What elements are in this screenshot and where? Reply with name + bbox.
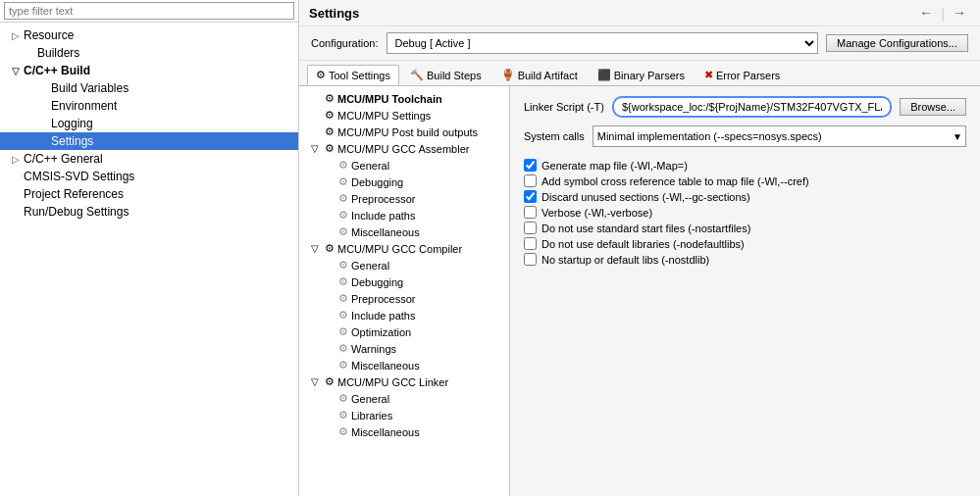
system-calls-label: System calls bbox=[524, 130, 585, 142]
checkbox-no_startup_libs[interactable] bbox=[524, 253, 537, 266]
checkbox-verbose[interactable] bbox=[524, 206, 537, 219]
sub-tree-item-gcc_assembler[interactable]: ▽⚙MCU/MPU GCC Assembler bbox=[299, 140, 509, 157]
build-steps-icon: 🔨 bbox=[410, 69, 424, 81]
checkbox-no_start_files[interactable] bbox=[524, 222, 537, 234]
checkbox-discard_unused[interactable] bbox=[524, 190, 537, 203]
system-calls-wrapper: Minimal implementation (--specs=nosys.sp… bbox=[593, 125, 966, 147]
sub-tree-item-asm_general[interactable]: ⚙General bbox=[299, 157, 509, 174]
sub-tree-item-comp_warnings[interactable]: ⚙Warnings bbox=[299, 340, 509, 357]
checkbox-row-generate_map: Generate map file (-Wl,-Map=) bbox=[524, 159, 966, 172]
linker-script-label: Linker Script (-T) bbox=[524, 101, 604, 113]
sub-tree-icon: ⚙ bbox=[338, 309, 348, 322]
sub-tree-item-comp_debugging[interactable]: ⚙Debugging bbox=[299, 273, 509, 290]
sub-tree-item-asm_debugging[interactable]: ⚙Debugging bbox=[299, 174, 509, 190]
sub-item-label: Preprocessor bbox=[351, 193, 415, 205]
sub-tree-item-asm_miscellaneous[interactable]: ⚙Miscellaneous bbox=[299, 223, 509, 240]
sub-tree-item-mcu_settings[interactable]: ⚙MCU/MPU Settings bbox=[299, 107, 509, 124]
left-tree-item-run_debug_settings[interactable]: Run/Debug Settings bbox=[0, 203, 298, 221]
forward-button[interactable]: → bbox=[949, 4, 970, 22]
sub-tree-item-comp_include_paths[interactable]: ⚙Include paths bbox=[299, 307, 509, 323]
checkbox-label-no_startup_libs: No startup or default libs (-nostdlib) bbox=[542, 254, 709, 266]
sub-item-label: General bbox=[351, 160, 389, 172]
sub-tree-item-comp_miscellaneous[interactable]: ⚙Miscellaneous bbox=[299, 357, 509, 373]
left-tree-item-builders[interactable]: Builders bbox=[0, 44, 298, 62]
sub-tree-icon: ⚙ bbox=[325, 92, 335, 105]
sub-tree-icon: ⚙ bbox=[325, 242, 335, 255]
sub-tree-icon: ⚙ bbox=[338, 259, 348, 272]
sub-item-label: Debugging bbox=[351, 176, 403, 188]
left-tree-item-resource[interactable]: ▷Resource bbox=[0, 26, 298, 44]
tab-build-steps[interactable]: 🔨 Build Steps bbox=[401, 65, 490, 85]
sub-item-label: MCU/MPU Toolchain bbox=[337, 93, 442, 105]
checkbox-add_symbol[interactable] bbox=[524, 174, 537, 187]
sub-tree-item-gcc_compiler[interactable]: ▽⚙MCU/MPU GCC Compiler bbox=[299, 240, 509, 257]
left-tree-item-logging[interactable]: Logging bbox=[0, 115, 298, 132]
sub-tree-item-asm_include_paths[interactable]: ⚙Include paths bbox=[299, 207, 509, 223]
sub-tree-item-mcu_post_build[interactable]: ⚙MCU/MPU Post build outputs bbox=[299, 124, 509, 140]
sub-tree-icon: ⚙ bbox=[338, 159, 348, 172]
manage-configurations-button[interactable]: Manage Configurations... bbox=[826, 34, 968, 52]
sub-tree-icon: ⚙ bbox=[338, 175, 348, 188]
tab-error-parsers[interactable]: ✖ Error Parsers bbox=[696, 65, 789, 85]
browse-button[interactable]: Browse... bbox=[900, 98, 966, 116]
sub-tree-icon: ⚙ bbox=[338, 392, 348, 405]
configuration-select[interactable]: Debug [ Active ] bbox=[387, 32, 819, 54]
sub-tree: ⚙MCU/MPU Toolchain⚙MCU/MPU Settings⚙MCU/… bbox=[299, 86, 510, 496]
checkbox-label-verbose: Verbose (-Wl,-verbose) bbox=[542, 207, 652, 219]
sub-tree-icon: ⚙ bbox=[338, 342, 348, 355]
left-tree-item-c_cpp_build[interactable]: ▽C/C++ Build bbox=[0, 62, 298, 79]
tree-item-label: Builders bbox=[37, 46, 79, 60]
tree-toggle: ▷ bbox=[12, 30, 24, 41]
nav-separator: | bbox=[941, 6, 945, 22]
left-tree-item-environment[interactable]: Environment bbox=[0, 97, 298, 115]
sub-item-label: Include paths bbox=[351, 210, 415, 222]
sub-tree-item-comp_optimization[interactable]: ⚙Optimization bbox=[299, 323, 509, 340]
sub-toggle: ▽ bbox=[311, 243, 325, 254]
checkbox-label-generate_map: Generate map file (-Wl,-Map=) bbox=[542, 160, 688, 172]
tabs-bar: ⚙ Tool Settings 🔨 Build Steps 🏺 Build Ar… bbox=[299, 61, 980, 86]
left-tree-item-build_variables[interactable]: Build Variables bbox=[0, 79, 298, 97]
tab-tool-settings[interactable]: ⚙ Tool Settings bbox=[307, 65, 399, 85]
linker-script-row: Linker Script (-T) Browse... bbox=[524, 96, 966, 118]
checkbox-row-verbose: Verbose (-Wl,-verbose) bbox=[524, 206, 966, 219]
checkbox-label-no_default_libs: Do not use default libraries (-nodefault… bbox=[542, 238, 745, 250]
sub-tree-item-asm_preprocessor[interactable]: ⚙Preprocessor bbox=[299, 190, 509, 207]
sub-item-label: MCU/MPU GCC Assembler bbox=[337, 143, 469, 155]
sub-tree-item-link_libraries[interactable]: ⚙Libraries bbox=[299, 407, 509, 423]
checkbox-no_default_libs[interactable] bbox=[524, 237, 537, 250]
sub-tree-item-link_general[interactable]: ⚙General bbox=[299, 390, 509, 407]
tree-item-label: CMSIS-SVD Settings bbox=[24, 170, 134, 183]
tab-binary-parsers[interactable]: ⬛ Binary Parsers bbox=[589, 65, 694, 85]
sub-tree-icon: ⚙ bbox=[338, 225, 348, 238]
sub-tree-item-link_miscellaneous[interactable]: ⚙Miscellaneous bbox=[299, 423, 509, 440]
tree-item-label: C/C++ Build bbox=[24, 64, 90, 77]
page-title: Settings bbox=[309, 6, 359, 21]
build-artifact-icon: 🏺 bbox=[501, 69, 515, 81]
sub-item-label: Preprocessor bbox=[351, 293, 415, 305]
left-tree-item-c_cpp_general[interactable]: ▷C/C++ General bbox=[0, 150, 298, 168]
system-calls-row: System calls Minimal implementation (--s… bbox=[524, 125, 966, 147]
sub-item-label: Miscellaneous bbox=[351, 426, 420, 438]
sub-tree-icon: ⚙ bbox=[338, 409, 348, 422]
configuration-label: Configuration: bbox=[311, 37, 379, 49]
sub-tree-item-comp_preprocessor[interactable]: ⚙Preprocessor bbox=[299, 290, 509, 307]
sub-tree-icon: ⚙ bbox=[338, 209, 348, 222]
linker-script-input[interactable] bbox=[612, 96, 892, 118]
sub-tree-item-comp_general[interactable]: ⚙General bbox=[299, 257, 509, 273]
checkbox-row-add_symbol: Add symbol cross reference table to map … bbox=[524, 174, 966, 187]
tree-item-label: C/C++ General bbox=[24, 152, 103, 166]
sub-item-label: Debugging bbox=[351, 276, 403, 288]
checkbox-generate_map[interactable] bbox=[524, 159, 537, 172]
left-tree-item-settings[interactable]: Settings bbox=[0, 132, 298, 150]
sub-tree-item-mcu_toolchain[interactable]: ⚙MCU/MPU Toolchain bbox=[299, 90, 509, 107]
checkbox-label-discard_unused: Discard unused sections (-Wl,--gc-sectio… bbox=[542, 191, 750, 203]
filter-input[interactable] bbox=[4, 2, 294, 20]
tab-build-artifact[interactable]: 🏺 Build Artifact bbox=[492, 65, 587, 85]
tree-item-label: Run/Debug Settings bbox=[24, 205, 129, 219]
left-tree-item-cmsis_svd_settings[interactable]: CMSIS-SVD Settings bbox=[0, 168, 298, 185]
tool-settings-icon: ⚙ bbox=[316, 69, 326, 81]
system-calls-select[interactable]: Minimal implementation (--specs=nosys.sp… bbox=[593, 125, 966, 147]
sub-tree-item-gcc_linker[interactable]: ▽⚙MCU/MPU GCC Linker bbox=[299, 373, 509, 390]
left-tree-item-project_references[interactable]: Project References bbox=[0, 185, 298, 203]
back-button[interactable]: ← bbox=[915, 4, 937, 22]
